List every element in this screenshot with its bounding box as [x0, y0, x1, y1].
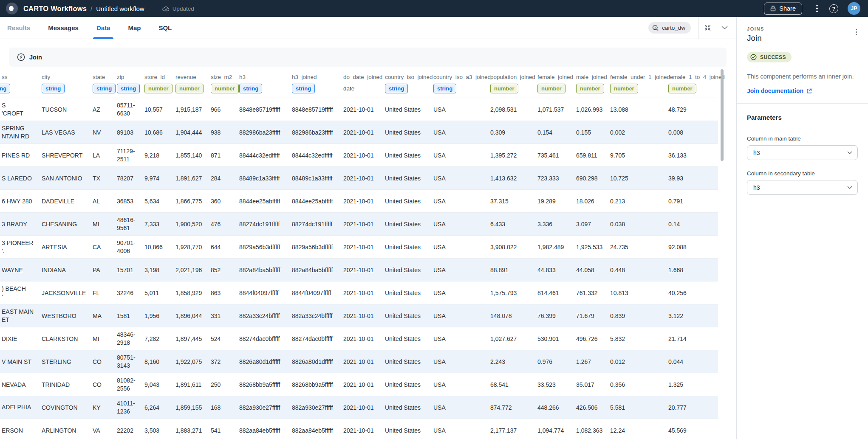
- cell-state: MA: [93, 304, 117, 327]
- cell-female_joined: 814.461: [537, 281, 576, 304]
- col-female_joined: female_joinednumber: [537, 70, 576, 98]
- cell-population_joined: 68.541: [490, 373, 537, 396]
- cell-country_iso_joined: United States: [385, 327, 433, 350]
- cell-city: TUCSON: [42, 98, 93, 121]
- documentation-link[interactable]: Join documentation: [747, 87, 812, 94]
- column-label: city: [42, 74, 88, 80]
- connection-badge[interactable]: carto_dw: [648, 22, 691, 34]
- table-row: ) BEACH'JACKSONVILLEFL322465,0111,858,92…: [0, 281, 718, 304]
- secondary-table-column-select[interactable]: h3: [747, 180, 858, 195]
- cell-female_under_1_joined: 24.735: [610, 236, 668, 258]
- main-table-column-value: h3: [753, 149, 847, 156]
- workflow-name[interactable]: Untitled workflow: [96, 5, 144, 12]
- bolt-circle-icon: [17, 53, 25, 61]
- cell-store_id: 7,282: [144, 327, 175, 350]
- table-header: ssstringcitystringstatestringzipstringst…: [0, 70, 718, 98]
- navbar-kebab-menu-icon[interactable]: [813, 5, 821, 12]
- cell-h3: 88444c32edfffff: [239, 144, 292, 166]
- column-label: female_under_1_joined: [610, 74, 664, 80]
- carto-logo-icon[interactable]: [6, 3, 18, 14]
- cell-country_iso_a3_joined: USA: [433, 98, 490, 121]
- tab-sql[interactable]: SQL: [158, 17, 172, 39]
- cell-zip: 1581: [117, 304, 144, 327]
- status-badge: SUCCESS: [747, 52, 792, 62]
- column-label: country_iso_a3_joined: [433, 74, 486, 80]
- cell-female_under_1_joined: 0.356: [610, 373, 668, 396]
- cell-state: KY: [93, 396, 117, 419]
- cell-female_1_to_4_joined: 0.14: [668, 213, 716, 235]
- collapse-panel-icon[interactable]: [699, 24, 716, 31]
- column-label: do_date_joined: [343, 74, 381, 80]
- cell-female_1_to_4_joined: 48.729: [668, 98, 716, 121]
- join-bar-label: Join: [29, 54, 42, 61]
- column-label: ss: [2, 74, 37, 80]
- cell-country_iso_a3_joined: USA: [433, 121, 490, 144]
- tab-messages[interactable]: Messages: [48, 17, 79, 39]
- cell-female_1_to_4_joined: 3.122: [668, 304, 716, 327]
- join-node-bar[interactable]: Join: [9, 48, 727, 67]
- cell-country_iso_a3_joined: USA: [433, 281, 490, 304]
- cell-female_joined: 735.461: [537, 144, 576, 166]
- table-row: V MAIN STSTERLINGCO80751-31438,1601,922,…: [0, 350, 718, 373]
- cell-state: NV: [93, 121, 117, 144]
- tab-results[interactable]: Results: [7, 17, 30, 39]
- cell-h3_joined: 8826a80d1dfffff: [292, 350, 343, 373]
- avatar[interactable]: JP: [848, 2, 860, 15]
- cell-store_id: 5,634: [144, 190, 175, 212]
- cell-store_id: 9,218: [144, 144, 175, 166]
- cell-female_1_to_4_joined: 1.325: [668, 373, 716, 396]
- cell-h3: 882a84ba5bfffff: [239, 259, 292, 281]
- cell-male_joined: 761.332: [576, 281, 610, 304]
- cell-population_joined: 1,575.793: [490, 281, 537, 304]
- cell-city: ARLINGTON: [42, 419, 93, 439]
- col-city: citystring: [42, 70, 93, 98]
- cell-country_iso_joined: United States: [385, 350, 433, 373]
- tab-map[interactable]: Map: [128, 17, 141, 39]
- cell-state: MI: [93, 213, 117, 235]
- cell-zip: 81082-2556: [117, 373, 144, 396]
- type-badge-string: string: [0, 84, 10, 93]
- share-button[interactable]: Share: [764, 3, 802, 15]
- cell-h3: 882aa84eb5fffff: [239, 419, 292, 439]
- type-badge-string: string: [117, 84, 140, 93]
- cell-population_joined: 2,177.137: [490, 419, 537, 439]
- column-label: h3_joined: [292, 74, 339, 80]
- cell-country_iso_joined: United States: [385, 213, 433, 235]
- col-country_iso_a3_joined: country_iso_a3_joinedstring: [433, 70, 490, 98]
- cell-population_joined: 37.315: [490, 190, 537, 212]
- cell-zip: 89103: [117, 121, 144, 144]
- cell-revenue: 1,897,445: [175, 327, 211, 350]
- cell-country_iso_joined: United States: [385, 236, 433, 258]
- table-row: ADELPHIACOVINGTONKY41011-12366,2641,859,…: [0, 396, 718, 419]
- cell-size_m2: 863: [211, 281, 239, 304]
- cell-h3_joined: 882a33c24bfffff: [292, 304, 343, 327]
- cell-country_iso_joined: United States: [385, 281, 433, 304]
- col-female_1_to_4_joined: female_1_to_4_joinednumber: [668, 70, 716, 98]
- cell-city: ARTESIA: [42, 236, 93, 258]
- cell-h3: 8829a56b3dfffff: [239, 236, 292, 258]
- main-table-column-select[interactable]: h3: [747, 145, 858, 160]
- cell-female_under_1_joined: 0.002: [610, 121, 668, 144]
- cell-country_iso_joined: United States: [385, 304, 433, 327]
- cell-do_date_joined: 2021-10-01: [343, 121, 385, 144]
- cell-zip: 36853: [117, 190, 144, 212]
- vertical-scrollbar-thumb[interactable]: [721, 69, 724, 161]
- cell-state: CO: [93, 373, 117, 396]
- table-row: ERSONARLINGTONVA222023,5031,883,27154188…: [0, 419, 718, 439]
- table-row: 3 BRADYCHESANINGMI48616-95617,3331,900,5…: [0, 213, 718, 236]
- tab-data[interactable]: Data: [96, 17, 110, 39]
- chevron-down-icon[interactable]: [716, 26, 733, 30]
- secondary-table-column-label: Column in secondary table: [747, 170, 858, 177]
- type-badge-string: string: [42, 84, 65, 93]
- cell-revenue: 1,859,155: [175, 396, 211, 419]
- cell-female_1_to_4_joined: 39.93: [668, 167, 716, 189]
- cell-female_under_1_joined: 0.038: [610, 213, 668, 235]
- help-icon[interactable]: ?: [829, 4, 838, 13]
- cell-female_joined: 44.833: [537, 259, 576, 281]
- type-badge-number: number: [610, 84, 638, 93]
- cell-country_iso_a3_joined: USA: [433, 144, 490, 166]
- col-store_id: store_idnumber: [144, 70, 175, 98]
- cell-state: PA: [93, 259, 117, 281]
- table-body: S'CROFTTUCSONAZ85711-663010,5571,915,187…: [0, 98, 718, 439]
- panel-kebab-menu-icon[interactable]: [854, 27, 859, 37]
